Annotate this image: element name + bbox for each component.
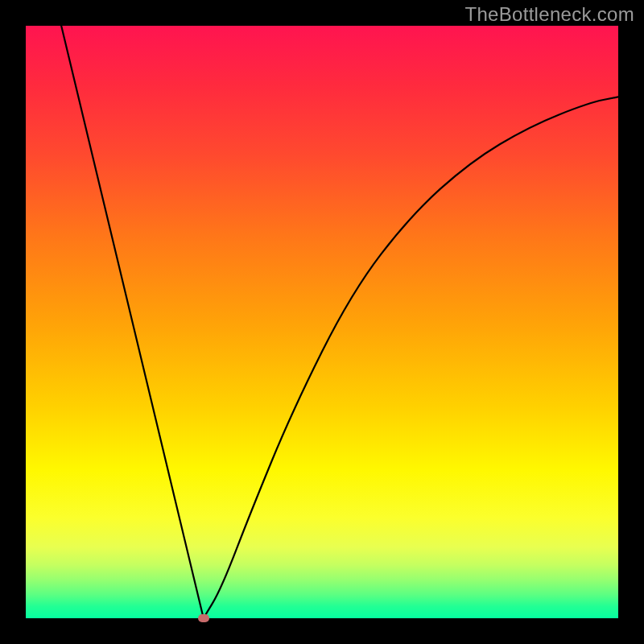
watermark-text: TheBottleneck.com	[464, 3, 634, 26]
plot-area	[26, 26, 618, 618]
bottleneck-curve-path	[61, 26, 618, 618]
chart-frame: TheBottleneck.com	[0, 0, 644, 644]
optimal-point-marker	[198, 614, 209, 622]
curve-svg	[26, 26, 618, 618]
